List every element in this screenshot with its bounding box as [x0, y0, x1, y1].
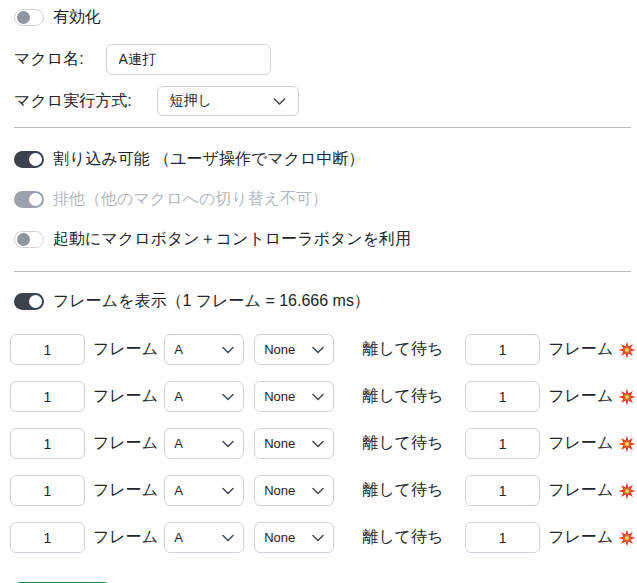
explosion-icon[interactable]: [618, 435, 636, 453]
chevron-down-icon: [222, 487, 234, 495]
exclusive-toggle: [14, 191, 44, 208]
button-select-value: A: [174, 530, 183, 545]
release-wait-label: 離して待ち: [362, 480, 443, 501]
interrupt-toggle[interactable]: [14, 151, 44, 168]
explosion-icon[interactable]: [618, 482, 636, 500]
enable-row: 有効化: [14, 7, 637, 28]
divider: [14, 127, 631, 128]
release-frames-input[interactable]: [465, 475, 540, 506]
frame-unit-label: フレーム: [548, 527, 613, 548]
frame-input-row: フレーム A None 離して待ち フレーム: [10, 522, 637, 553]
explosion-icon[interactable]: [618, 341, 636, 359]
release-wait-label: 離して待ち: [362, 433, 443, 454]
frame-unit-label: フレーム: [93, 480, 158, 501]
press-frames-input[interactable]: [10, 381, 85, 412]
enable-toggle[interactable]: [14, 9, 44, 26]
release-frames-input[interactable]: [465, 381, 540, 412]
modifier-select-value: None: [264, 436, 295, 451]
frame-unit-label: フレーム: [93, 339, 158, 360]
button-select[interactable]: A: [164, 428, 244, 459]
modifier-select[interactable]: None: [254, 334, 334, 365]
exec-mode-row: マクロ実行方式: 短押し: [14, 86, 637, 116]
press-frames-input[interactable]: [10, 475, 85, 506]
frame-unit-label: フレーム: [93, 433, 158, 454]
frame-input-row: フレーム A None 離して待ち フレーム: [10, 475, 637, 506]
toggle-knob: [29, 153, 42, 166]
button-select[interactable]: A: [164, 475, 244, 506]
button-select-value: A: [174, 483, 183, 498]
toggle-knob: [29, 193, 42, 206]
frame-unit-label: フレーム: [93, 386, 158, 407]
explosion-icon[interactable]: [618, 529, 636, 547]
enable-label: 有効化: [53, 7, 101, 28]
frame-unit-label: フレーム: [93, 527, 158, 548]
macro-name-input[interactable]: [106, 44, 271, 75]
explosion-icon[interactable]: [618, 388, 636, 406]
chevron-down-icon: [312, 534, 324, 542]
frame-unit-label: フレーム: [548, 480, 613, 501]
modifier-select[interactable]: None: [254, 475, 334, 506]
modifier-select-value: None: [264, 389, 295, 404]
exec-mode-label: マクロ実行方式:: [14, 91, 132, 112]
release-wait-label: 離して待ち: [362, 339, 443, 360]
exclusive-option-row: 排他（他のマクロへの切り替え不可）: [14, 189, 637, 210]
button-select-value: A: [174, 436, 183, 451]
chevron-down-icon: [273, 97, 286, 106]
release-frames-input[interactable]: [465, 428, 540, 459]
frame-unit-label: フレーム: [548, 433, 613, 454]
release-frames-input[interactable]: [465, 334, 540, 365]
chevron-down-icon: [222, 346, 234, 354]
modifier-select[interactable]: None: [254, 381, 334, 412]
toggle-knob: [29, 295, 42, 308]
show-frames-row: フレームを表示（1 フレーム = 16.666 ms）: [14, 291, 637, 312]
show-frames-label: フレームを表示（1 フレーム = 16.666 ms）: [53, 291, 370, 312]
chevron-down-icon: [222, 534, 234, 542]
release-frames-input[interactable]: [465, 522, 540, 553]
toggle-knob: [17, 11, 30, 24]
interrupt-label: 割り込み可能 （ユーザ操作でマクロ中断）: [53, 149, 364, 170]
interrupt-option-row: 割り込み可能 （ユーザ操作でマクロ中断）: [14, 149, 637, 170]
modifier-select[interactable]: None: [254, 428, 334, 459]
button-select-value: A: [174, 389, 183, 404]
divider: [14, 271, 631, 272]
exclusive-label: 排他（他のマクロへの切り替え不可）: [53, 189, 328, 210]
modifier-select-value: None: [264, 483, 295, 498]
press-frames-input[interactable]: [10, 334, 85, 365]
press-frames-input[interactable]: [10, 522, 85, 553]
macro-name-label: マクロ名:: [14, 49, 84, 70]
chevron-down-icon: [222, 440, 234, 448]
release-wait-label: 離して待ち: [362, 386, 443, 407]
macro-name-row: マクロ名:: [14, 44, 637, 75]
button-select[interactable]: A: [164, 381, 244, 412]
modifier-select[interactable]: None: [254, 522, 334, 553]
chevron-down-icon: [312, 346, 324, 354]
launch-buttons-toggle[interactable]: [14, 231, 44, 248]
frame-unit-label: フレーム: [548, 386, 613, 407]
press-frames-input[interactable]: [10, 428, 85, 459]
frame-input-row: フレーム A None 離して待ち フレーム: [10, 428, 637, 459]
button-select[interactable]: A: [164, 334, 244, 365]
launch-buttons-option-row: 起動にマクロボタン＋コントローラボタンを利用: [14, 229, 637, 250]
launch-buttons-label: 起動にマクロボタン＋コントローラボタンを利用: [53, 229, 411, 250]
frame-input-row: フレーム A None 離して待ち フレーム: [10, 381, 637, 412]
release-wait-label: 離して待ち: [362, 527, 443, 548]
chevron-down-icon: [312, 393, 324, 401]
exec-mode-value: 短押し: [170, 92, 212, 110]
toggle-knob: [17, 233, 30, 246]
modifier-select-value: None: [264, 342, 295, 357]
chevron-down-icon: [312, 487, 324, 495]
frame-input-row: フレーム A None 離して待ち フレーム: [10, 334, 637, 365]
button-select[interactable]: A: [164, 522, 244, 553]
show-frames-toggle[interactable]: [14, 293, 44, 310]
exec-mode-select[interactable]: 短押し: [157, 86, 299, 116]
frame-unit-label: フレーム: [548, 339, 613, 360]
modifier-select-value: None: [264, 530, 295, 545]
button-select-value: A: [174, 342, 183, 357]
chevron-down-icon: [312, 440, 324, 448]
chevron-down-icon: [222, 393, 234, 401]
